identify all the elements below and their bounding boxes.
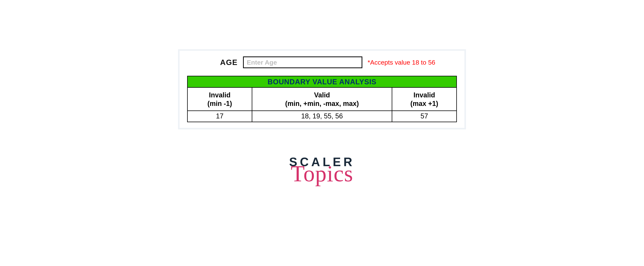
col-header-text: Valid <box>256 91 388 99</box>
stage: AGE *Accepts value 18 to 56 BOUNDARY VAL… <box>0 0 644 266</box>
col-header-text: Invalid <box>396 91 452 99</box>
col-header-text: Invalid <box>192 91 248 99</box>
col-header-sub: (min -1) <box>192 99 248 108</box>
bva-title: BOUNDARY VALUE ANALYSIS <box>188 76 457 88</box>
age-label: AGE <box>220 58 238 67</box>
example-panel: AGE *Accepts value 18 to 56 BOUNDARY VAL… <box>178 49 466 130</box>
col-header-invalid-high: Invalid (max +1) <box>392 88 456 111</box>
col-header-invalid-low: Invalid (min -1) <box>188 88 252 111</box>
col-header-sub: (max +1) <box>396 99 452 108</box>
age-input[interactable] <box>243 56 362 68</box>
table-row: 17 18, 19, 55, 56 57 <box>188 111 457 122</box>
col-header-sub: (min, +min, -max, max) <box>256 99 388 108</box>
col-header-valid: Valid (min, +min, -max, max) <box>252 88 392 111</box>
cell-valid: 18, 19, 55, 56 <box>252 111 392 122</box>
table-header-row: Invalid (min -1) Valid (min, +min, -max,… <box>188 88 457 111</box>
cell-invalid-low: 17 <box>188 111 252 122</box>
bva-table: BOUNDARY VALUE ANALYSIS Invalid (min -1)… <box>187 76 457 122</box>
age-form-row: AGE *Accepts value 18 to 56 <box>187 56 457 68</box>
brand-line2: Topics <box>289 162 355 185</box>
cell-invalid-high: 57 <box>392 111 456 122</box>
brand-logo: SCALER Topics <box>289 156 355 185</box>
age-hint: *Accepts value 18 to 56 <box>368 59 435 66</box>
